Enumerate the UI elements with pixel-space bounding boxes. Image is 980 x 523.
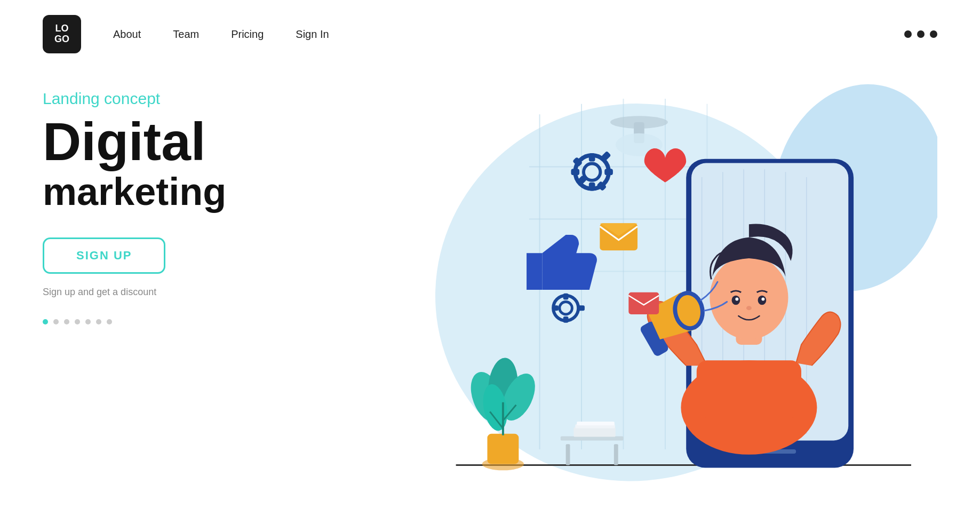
pagination-dot-3[interactable]	[75, 319, 80, 324]
svg-rect-26	[573, 427, 615, 437]
pagination-dot-0[interactable]	[43, 319, 48, 324]
svg-rect-52	[589, 153, 595, 162]
signup-subtitle: Sign up and get a discount	[43, 287, 309, 298]
svg-rect-28	[577, 422, 615, 425]
nav: About Team Pricing Sign In	[113, 28, 329, 41]
svg-rect-23	[561, 437, 624, 441]
headline-line1: Digital	[43, 116, 309, 167]
svg-rect-65	[578, 305, 585, 311]
pagination-dot-1[interactable]	[53, 319, 59, 324]
pagination-dot-2[interactable]	[64, 319, 69, 324]
nav-item-pricing[interactable]: Pricing	[231, 28, 264, 41]
header: LOGO About Team Pricing Sign In	[0, 0, 980, 68]
illustration-svg	[309, 68, 937, 506]
dot-3	[930, 30, 937, 38]
svg-rect-39	[697, 360, 801, 418]
hero-left: Landing concept Digital marketing SIGN U…	[43, 68, 309, 324]
dot-1	[904, 30, 912, 38]
svg-rect-67	[628, 292, 659, 314]
pagination	[43, 319, 309, 324]
nav-item-signin[interactable]: Sign In	[296, 28, 329, 41]
eyebrow-label: Landing concept	[43, 90, 309, 108]
svg-rect-25	[614, 444, 618, 465]
svg-point-45	[761, 298, 764, 301]
logo[interactable]: LOGO	[43, 15, 81, 53]
pagination-dot-5[interactable]	[96, 319, 101, 324]
headline-line2: marketing	[43, 172, 309, 211]
svg-rect-64	[552, 305, 559, 311]
svg-point-61	[560, 302, 572, 314]
svg-rect-15	[487, 434, 519, 464]
main-content: Landing concept Digital marketing SIGN U…	[0, 68, 980, 506]
nav-item-about[interactable]: About	[113, 28, 141, 41]
logo-text: LOGO	[54, 23, 69, 45]
svg-rect-24	[566, 444, 570, 465]
svg-rect-54	[571, 169, 579, 175]
svg-point-44	[735, 298, 738, 301]
hero-illustration	[309, 68, 937, 506]
svg-point-41	[710, 256, 788, 339]
svg-rect-55	[604, 169, 613, 175]
signup-button[interactable]: SIGN UP	[43, 237, 165, 274]
svg-rect-53	[589, 183, 595, 191]
svg-point-46	[746, 306, 752, 310]
svg-rect-63	[563, 316, 569, 323]
nav-item-team[interactable]: Team	[173, 28, 199, 41]
more-menu-button[interactable]	[904, 30, 937, 38]
dot-2	[917, 30, 925, 38]
svg-point-51	[584, 164, 600, 180]
pagination-dot-4[interactable]	[85, 319, 91, 324]
svg-rect-62	[563, 294, 569, 300]
pagination-dot-6[interactable]	[107, 319, 112, 324]
